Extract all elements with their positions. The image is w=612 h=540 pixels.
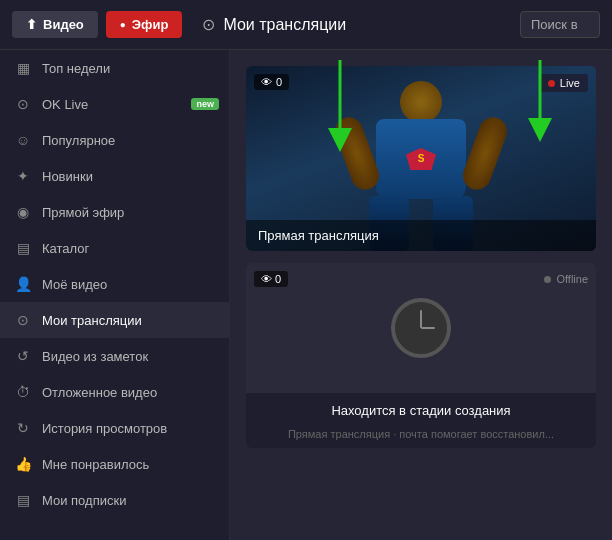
deferred-icon: ⏱ <box>14 383 32 401</box>
sidebar-label-from-notes: Видео из заметок <box>42 349 148 364</box>
offline-dot-icon <box>544 276 551 283</box>
person-icon: 👤 <box>14 275 32 293</box>
sidebar-item-deferred[interactable]: ⏱ Отложенное видео <box>0 374 229 410</box>
sidebar-item-subscriptions[interactable]: ▤ Мои подписки <box>0 482 229 518</box>
history-icon: ↻ <box>14 419 32 437</box>
sidebar-label-popular: Популярное <box>42 133 115 148</box>
sidebar-item-catalog[interactable]: ▤ Каталог <box>0 230 229 266</box>
sidebar-label-subscriptions: Мои подписки <box>42 493 126 508</box>
stream-thumbnail-offline: 👁 0 Offline <box>246 263 596 393</box>
sidebar-label-catalog: Каталог <box>42 241 89 256</box>
streams-icon: ⊙ <box>14 311 32 329</box>
sidebar-item-from-notes[interactable]: ↺ Видео из заметок <box>0 338 229 374</box>
views-count-live: 0 <box>276 76 282 88</box>
sidebar-item-top-week[interactable]: ▦ Топ недели <box>0 50 229 86</box>
sidebar-item-my-streams[interactable]: ⊙ Мои трансляции <box>0 302 229 338</box>
subs-icon: ▤ <box>14 491 32 509</box>
views-count-offline: 0 <box>275 273 281 285</box>
record-icon: ● <box>120 19 126 30</box>
like-icon: 👍 <box>14 455 32 473</box>
star-icon: ✦ <box>14 167 32 185</box>
main-layout: ▦ Топ недели ⊙ OK Live new ☺ Популярное … <box>0 50 612 540</box>
offline-status: Offline <box>544 273 588 285</box>
video-btn-label: Видео <box>43 17 84 32</box>
sidebar-label-liked: Мне понравилось <box>42 457 149 472</box>
upload-icon: ⬆ <box>26 17 37 32</box>
sidebar-label-deferred: Отложенное видео <box>42 385 157 400</box>
sidebar-item-history[interactable]: ↻ История просмотров <box>0 410 229 446</box>
live-dot-icon <box>548 80 555 87</box>
sidebar-item-popular[interactable]: ☺ Популярное <box>0 122 229 158</box>
notes-icon: ↺ <box>14 347 32 365</box>
video-button[interactable]: ⬆ Видео <box>12 11 98 38</box>
sidebar-item-live[interactable]: ◉ Прямой эфир <box>0 194 229 230</box>
search-placeholder: Поиск в <box>531 17 578 32</box>
live-icon: ◉ <box>14 203 32 221</box>
stream-thumbnail-live: S 👁 <box>246 66 596 251</box>
page-title: Мои трансляции <box>223 16 346 34</box>
views-badge-live: 👁 0 <box>254 74 289 90</box>
sidebar-label-history: История просмотров <box>42 421 167 436</box>
streams-icon: ⊙ <box>202 15 215 34</box>
stream-card-offline[interactable]: 👁 0 Offline Находится в стадии создания … <box>246 263 596 448</box>
eye-icon-offline: 👁 <box>261 273 275 285</box>
sidebar-label-top-week: Топ недели <box>42 61 110 76</box>
sidebar-label-live: Прямой эфир <box>42 205 124 220</box>
stream-card-live[interactable]: S 👁 <box>246 66 596 251</box>
sidebar-label-my-streams: Мои трансляции <box>42 313 142 328</box>
live-badge-label: Live <box>560 77 580 89</box>
sidebar-item-my-video[interactable]: 👤 Моё видео <box>0 266 229 302</box>
views-badge-offline: 👁 0 <box>254 271 288 287</box>
clock-icon <box>391 298 451 358</box>
sidebar: ▦ Топ недели ⊙ OK Live new ☺ Популярное … <box>0 50 230 540</box>
efir-button[interactable]: ● Эфир <box>106 11 183 38</box>
stream-title-offline: Находится в стадии создания <box>246 393 596 428</box>
offline-badge-row: 👁 0 Offline <box>254 271 588 287</box>
circle-icon: ⊙ <box>14 95 32 113</box>
sidebar-item-new[interactable]: ✦ Новинки <box>0 158 229 194</box>
popular-icon: ☺ <box>14 131 32 149</box>
header-title-area: ⊙ Мои трансляции <box>202 15 520 34</box>
offline-label-text: Offline <box>556 273 588 285</box>
sidebar-label-ok-live: OK Live <box>42 97 88 112</box>
header: ⬆ Видео ● Эфир ⊙ Мои трансляции Поиск в <box>0 0 612 50</box>
sidebar-label-my-video: Моё видео <box>42 277 107 292</box>
live-status-badge: Live <box>540 74 588 92</box>
sidebar-item-liked[interactable]: 👍 Мне понравилось <box>0 446 229 482</box>
chart-icon: ▦ <box>14 59 32 77</box>
new-badge: new <box>191 98 219 110</box>
catalog-icon: ▤ <box>14 239 32 257</box>
search-input[interactable]: Поиск в <box>520 11 600 38</box>
efir-btn-label: Эфир <box>132 17 169 32</box>
eye-icon: 👁 <box>261 76 272 88</box>
sidebar-label-new: Новинки <box>42 169 93 184</box>
sidebar-item-ok-live[interactable]: ⊙ OK Live new <box>0 86 229 122</box>
stream-title-live: Прямая трансляция <box>246 220 596 251</box>
content-area: S 👁 <box>230 50 612 540</box>
stream-subtitle-offline: Прямая трансляция · почта помогает восст… <box>246 428 596 448</box>
